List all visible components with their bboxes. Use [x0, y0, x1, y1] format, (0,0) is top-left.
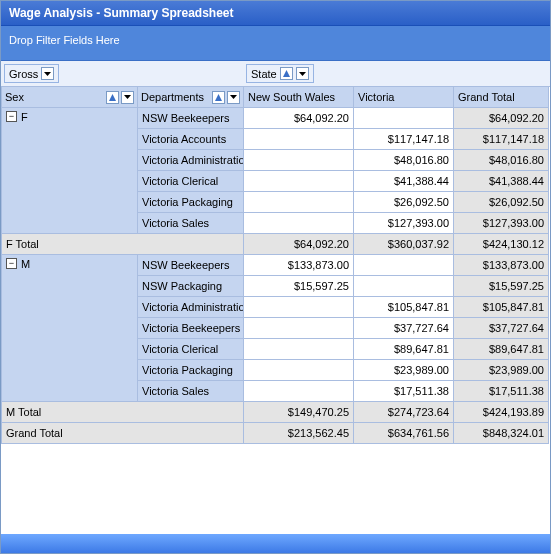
- dropdown-icon[interactable]: [227, 91, 240, 104]
- subtotal-label[interactable]: M Total: [2, 402, 244, 423]
- col-header-grandtotal[interactable]: Grand Total: [454, 87, 549, 108]
- cell-nsw[interactable]: [244, 213, 354, 234]
- cell-vic[interactable]: $105,847.81: [354, 297, 454, 318]
- cell-vic[interactable]: [354, 255, 454, 276]
- dept-label[interactable]: Victoria Sales: [138, 213, 244, 234]
- cell-gt[interactable]: $41,388.44: [454, 171, 549, 192]
- row-field-departments[interactable]: Departments: [138, 87, 244, 108]
- group-label: F: [21, 111, 28, 123]
- cell-nsw[interactable]: [244, 339, 354, 360]
- cell-gt[interactable]: $23,989.00: [454, 360, 549, 381]
- svg-marker-5: [215, 94, 222, 101]
- dept-label[interactable]: Victoria Packaging: [138, 192, 244, 213]
- subtotal-vic[interactable]: $360,037.92: [354, 234, 454, 255]
- cell-gt[interactable]: $105,847.81: [454, 297, 549, 318]
- subtotal-nsw[interactable]: $64,092.20: [244, 234, 354, 255]
- cell-gt[interactable]: $127,393.00: [454, 213, 549, 234]
- col-header-nsw[interactable]: New South Wales: [244, 87, 354, 108]
- window-title: Wage Analysis - Summary Spreadsheet: [1, 1, 550, 26]
- grandtotal-label[interactable]: Grand Total: [2, 423, 244, 444]
- dept-label[interactable]: Victoria Accounts: [138, 129, 244, 150]
- cell-nsw[interactable]: [244, 150, 354, 171]
- cell-gt[interactable]: $117,147.18: [454, 129, 549, 150]
- cell-gt[interactable]: $26,092.50: [454, 192, 549, 213]
- subtotal-label[interactable]: F Total: [2, 234, 244, 255]
- dept-label[interactable]: Victoria Packaging: [138, 360, 244, 381]
- filter-drop-area[interactable]: Drop Filter Fields Here: [1, 26, 550, 61]
- collapse-icon[interactable]: −: [6, 258, 17, 269]
- data-column-field-row: Gross State: [1, 61, 550, 87]
- cell-vic[interactable]: [354, 108, 454, 129]
- svg-marker-1: [283, 70, 290, 77]
- cell-vic[interactable]: $41,388.44: [354, 171, 454, 192]
- cell-nsw[interactable]: [244, 171, 354, 192]
- subtotal-gt[interactable]: $424,130.12: [454, 234, 549, 255]
- dept-label[interactable]: Victoria Beekeepers: [138, 318, 244, 339]
- pivot-grid: Sex Departments New South Wales Victoria…: [1, 87, 550, 444]
- field-label: Departments: [141, 91, 204, 103]
- subtotal-vic[interactable]: $274,723.64: [354, 402, 454, 423]
- cell-nsw[interactable]: [244, 192, 354, 213]
- dropdown-icon[interactable]: [121, 91, 134, 104]
- cell-nsw[interactable]: [244, 318, 354, 339]
- row-field-sex[interactable]: Sex: [2, 87, 138, 108]
- grandtotal-gt[interactable]: $848,324.01: [454, 423, 549, 444]
- field-label: Sex: [5, 91, 24, 103]
- cell-gt[interactable]: $133,873.00: [454, 255, 549, 276]
- grandtotal-nsw[interactable]: $213,562.45: [244, 423, 354, 444]
- dept-label[interactable]: Victoria Clerical: [138, 171, 244, 192]
- dept-label[interactable]: NSW Packaging: [138, 276, 244, 297]
- svg-marker-0: [44, 72, 51, 76]
- cell-nsw[interactable]: [244, 297, 354, 318]
- cell-vic[interactable]: $37,727.64: [354, 318, 454, 339]
- cell-gt[interactable]: $48,016.80: [454, 150, 549, 171]
- dropdown-icon[interactable]: [296, 67, 309, 80]
- svg-marker-2: [299, 72, 306, 76]
- cell-vic[interactable]: [354, 276, 454, 297]
- cell-vic[interactable]: $26,092.50: [354, 192, 454, 213]
- sort-icon[interactable]: [106, 91, 119, 104]
- svg-marker-4: [124, 95, 131, 99]
- subtotal-nsw[interactable]: $149,470.25: [244, 402, 354, 423]
- cell-vic[interactable]: $89,647.81: [354, 339, 454, 360]
- group-cell-F[interactable]: −F: [2, 108, 138, 234]
- dept-label[interactable]: NSW Beekeepers: [138, 255, 244, 276]
- cell-gt[interactable]: $17,511.38: [454, 381, 549, 402]
- dept-label[interactable]: Victoria Sales: [138, 381, 244, 402]
- group-cell-M[interactable]: −M: [2, 255, 138, 402]
- cell-nsw[interactable]: [244, 381, 354, 402]
- cell-nsw[interactable]: [244, 360, 354, 381]
- sort-icon[interactable]: [280, 67, 293, 80]
- svg-marker-3: [109, 94, 116, 101]
- cell-nsw[interactable]: $64,092.20: [244, 108, 354, 129]
- sort-icon[interactable]: [212, 91, 225, 104]
- dept-label[interactable]: Victoria Administration: [138, 150, 244, 171]
- dept-label[interactable]: Victoria Administration: [138, 297, 244, 318]
- cell-vic[interactable]: $23,989.00: [354, 360, 454, 381]
- field-label: State: [251, 68, 277, 80]
- cell-nsw[interactable]: $133,873.00: [244, 255, 354, 276]
- subtotal-gt[interactable]: $424,193.89: [454, 402, 549, 423]
- group-label: M: [21, 258, 30, 270]
- cell-nsw[interactable]: [244, 129, 354, 150]
- dept-label[interactable]: Victoria Clerical: [138, 339, 244, 360]
- cell-gt[interactable]: $37,727.64: [454, 318, 549, 339]
- field-label: Gross: [9, 68, 38, 80]
- cell-vic[interactable]: $117,147.18: [354, 129, 454, 150]
- footer-bar: [1, 533, 550, 553]
- column-field-state[interactable]: State: [246, 64, 314, 83]
- cell-gt[interactable]: $64,092.20: [454, 108, 549, 129]
- cell-vic[interactable]: $127,393.00: [354, 213, 454, 234]
- cell-vic[interactable]: $17,511.38: [354, 381, 454, 402]
- cell-nsw[interactable]: $15,597.25: [244, 276, 354, 297]
- svg-marker-6: [230, 95, 237, 99]
- grandtotal-vic[interactable]: $634,761.56: [354, 423, 454, 444]
- data-field-gross[interactable]: Gross: [4, 64, 59, 83]
- cell-gt[interactable]: $15,597.25: [454, 276, 549, 297]
- dept-label[interactable]: NSW Beekeepers: [138, 108, 244, 129]
- dropdown-icon[interactable]: [41, 67, 54, 80]
- col-header-vic[interactable]: Victoria: [354, 87, 454, 108]
- collapse-icon[interactable]: −: [6, 111, 17, 122]
- cell-gt[interactable]: $89,647.81: [454, 339, 549, 360]
- cell-vic[interactable]: $48,016.80: [354, 150, 454, 171]
